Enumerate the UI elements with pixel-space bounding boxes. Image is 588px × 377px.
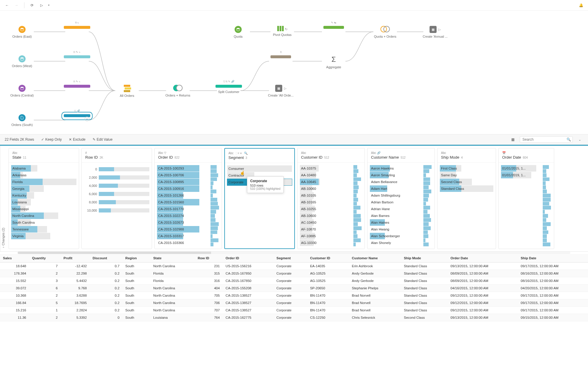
value-row[interactable]: Adam Bellavance bbox=[370, 179, 432, 185]
value-row[interactable]: Kentucky bbox=[11, 192, 76, 199]
table-row[interactable]: 15.21612.28240.2SouthNorth Carolina707CA… bbox=[0, 307, 588, 314]
flow-node-aggregate[interactable]: ΣAggregate bbox=[313, 55, 354, 69]
value-row[interactable]: Adam Shillingsburg bbox=[370, 192, 432, 199]
value-row[interactable]: AA-10645 bbox=[300, 179, 362, 185]
column-header[interactable]: Customer Name bbox=[349, 254, 401, 263]
value-row[interactable]: CA-2015-101770 bbox=[157, 206, 219, 212]
histogram-bin[interactable]: 10,000 bbox=[84, 206, 149, 215]
table-row[interactable]: 11.3625.33920SouthLouisiana764CA-2015-16… bbox=[0, 314, 588, 321]
histogram-bin[interactable]: 8,000 bbox=[84, 198, 149, 206]
value-row[interactable]: Tennessee bbox=[11, 226, 76, 232]
refresh-icon[interactable]: ⟳ bbox=[29, 2, 36, 9]
column-header[interactable]: Order Date bbox=[447, 254, 518, 263]
flow-node-orders-south[interactable]: Orders (South) bbox=[1, 114, 43, 127]
profile-search-box[interactable]: 🔍 bbox=[520, 136, 573, 143]
value-row[interactable]: First Class bbox=[440, 165, 493, 172]
value-row[interactable]: CA-2015-102673 bbox=[157, 219, 219, 226]
value-row[interactable]: Aaron Smayling bbox=[370, 172, 432, 178]
profile-card-order-date[interactable]: 📅Order Date60401/01/2015, 1...01/01/2019… bbox=[498, 148, 554, 249]
value-row[interactable]: Adrian Bartson bbox=[370, 199, 432, 205]
profile-card-ship-mode[interactable]: AbcShip Mode4First ClassSame DaySecond C… bbox=[437, 148, 496, 249]
keep-only-button[interactable]: ✓Keep Only bbox=[41, 137, 62, 142]
value-row[interactable]: Alan Hwang bbox=[370, 226, 432, 232]
view-toggle-icon[interactable]: ▦ bbox=[509, 136, 516, 143]
value-row[interactable]: Florida bbox=[11, 179, 76, 185]
flow-node-clean-south[interactable]: ▽ 🔗+ bbox=[56, 114, 98, 118]
value-row[interactable]: Mississippi bbox=[11, 206, 76, 212]
flow-node-quota[interactable]: Quota bbox=[218, 26, 259, 38]
flow-node-pivot-quotas[interactable]: ↻Pivot Quotas bbox=[262, 26, 303, 36]
value-row[interactable]: AB-10255 bbox=[300, 206, 362, 212]
profile-card-segment[interactable]: Abc⋮≡ ▾ 🔍Segment3ConsumerContractorCorpo… bbox=[224, 148, 295, 249]
table-row[interactable]: 10.36823.62880.2SouthNorth Carolina705CA… bbox=[0, 292, 588, 299]
profile-card-state[interactable]: AbcState11AlabamaArkansasFloridaGeorgiaK… bbox=[9, 148, 79, 249]
value-row[interactable]: Alan Shonely bbox=[370, 240, 432, 246]
value-row[interactable]: CA-2015-102988 bbox=[157, 226, 219, 232]
column-header[interactable]: Order ID bbox=[223, 254, 273, 263]
search-input[interactable] bbox=[522, 137, 567, 142]
value-row[interactable]: AB-10600 bbox=[300, 212, 362, 219]
value-row[interactable]: CA-2015-100706 bbox=[157, 172, 219, 178]
profile-card-row-id[interactable]: #Row ID2K02,0004,0006,0008,00010,000 bbox=[81, 148, 152, 249]
flow-node-split-customer[interactable]: ▽ ⎘ ✎ 🔗Split Customer bbox=[208, 85, 249, 94]
value-row[interactable]: Adrian Hane bbox=[370, 206, 432, 212]
value-row[interactable]: CA-2015-100895 bbox=[157, 179, 219, 185]
flow-node-quota-orders[interactable]: Quota + Orders bbox=[365, 26, 406, 38]
run-dropdown-icon[interactable]: ▾ bbox=[47, 2, 50, 9]
value-row[interactable]: Consumer bbox=[227, 165, 292, 172]
value-row[interactable]: AB-10105 bbox=[300, 192, 362, 199]
expand-icon[interactable]: ⌄ bbox=[576, 136, 583, 143]
flow-node-create-annual[interactable]: ▦▷Create 'Annual ... bbox=[415, 26, 456, 38]
flow-node-clean-central[interactable]: ⎘ ✎ ⇆ bbox=[56, 85, 98, 88]
value-row[interactable]: Louisiana bbox=[11, 199, 76, 205]
value-row[interactable]: Virginia bbox=[11, 233, 76, 239]
flow-node-clean-quota[interactable]: ✎ ⇆ bbox=[313, 26, 354, 29]
back-icon[interactable]: ← bbox=[4, 2, 11, 9]
profile-card-customer-id[interactable]: AbcCustomer ID512AA-10375AA-10480AA-1064… bbox=[297, 148, 365, 249]
flow-node-orders-west[interactable]: Orders (West) bbox=[1, 55, 43, 68]
value-row[interactable]: Alan Barnes bbox=[370, 212, 432, 219]
table-row[interactable]: 166.84518.76950.2SouthNorth Carolina706C… bbox=[0, 299, 588, 307]
histogram-bin[interactable]: 0 bbox=[84, 165, 149, 173]
column-header[interactable]: Region bbox=[122, 254, 150, 263]
value-row[interactable]: Adam Hart bbox=[370, 185, 432, 192]
value-row[interactable]: AA-10480 bbox=[300, 172, 362, 178]
value-row[interactable]: Standard Class bbox=[440, 185, 493, 192]
value-row[interactable]: CA-2015-101266 bbox=[157, 192, 219, 199]
column-header[interactable]: Profit bbox=[61, 254, 90, 263]
value-row[interactable]: Aaron Hawkins bbox=[370, 165, 432, 172]
histogram-bin[interactable]: 2,000 bbox=[84, 173, 149, 182]
value-row[interactable]: Alan Schoenberger bbox=[370, 233, 432, 239]
profile-card-order-id[interactable]: Abc ▽Order ID822CA-2015-100293CA-2015-10… bbox=[154, 148, 222, 249]
flow-node-orders-returns[interactable]: Orders + Returns bbox=[157, 85, 198, 97]
value-row[interactable]: Second Class bbox=[440, 179, 493, 185]
data-grid[interactable]: SalesQuantityProfitDiscountRegionStateRo… bbox=[0, 254, 588, 321]
histogram-bin[interactable]: 6,000 bbox=[84, 190, 149, 198]
value-row[interactable]: Alan Haines bbox=[370, 219, 432, 226]
value-row[interactable]: CA-2015-103317 bbox=[157, 233, 219, 239]
table-row[interactable]: 178.384222.2980.2SouthFlorida315CA-2015-… bbox=[0, 270, 588, 277]
value-row[interactable]: CA-2015-103366 bbox=[157, 240, 219, 246]
exclude-button[interactable]: ✕Exclude bbox=[69, 137, 86, 142]
value-row[interactable]: CA-2015-100916 bbox=[157, 185, 219, 192]
value-row[interactable]: AG-10330 bbox=[300, 240, 362, 246]
flow-node-orders-east[interactable]: Orders (East) bbox=[1, 26, 43, 38]
value-row[interactable]: Arkansas bbox=[11, 172, 76, 178]
value-row[interactable]: North Carolina bbox=[11, 212, 76, 219]
value-row[interactable]: Alabama bbox=[11, 165, 76, 172]
value-row[interactable]: AC-10450 bbox=[300, 219, 362, 226]
histogram-bin[interactable]: 4,000 bbox=[84, 182, 149, 190]
value-row[interactable]: CA-2015-101560 bbox=[157, 199, 219, 205]
run-icon[interactable]: ▷ bbox=[38, 2, 45, 9]
value-row[interactable]: South Carolina bbox=[11, 219, 76, 226]
value-row[interactable]: AA-10375 bbox=[300, 165, 362, 172]
column-header[interactable]: Quantity bbox=[29, 254, 61, 263]
flow-node-orders-central[interactable]: Orders (Central) bbox=[1, 85, 43, 97]
flow-node-all-orders[interactable]: All Orders bbox=[106, 85, 148, 97]
value-row[interactable]: AB-10060 bbox=[300, 185, 362, 192]
flow-canvas[interactable]: Orders (East)⎘ ⇆Orders (West)⎘ ✎ ⇆Orders… bbox=[0, 11, 588, 134]
profile-card-customer-name[interactable]: Abc 🔗Customer Name512Aaron HawkinsAaron … bbox=[367, 148, 435, 249]
value-row[interactable]: AF-10885 bbox=[300, 233, 362, 239]
column-header[interactable]: Ship Date bbox=[518, 254, 588, 263]
value-row[interactable]: AB-10165 bbox=[300, 199, 362, 205]
